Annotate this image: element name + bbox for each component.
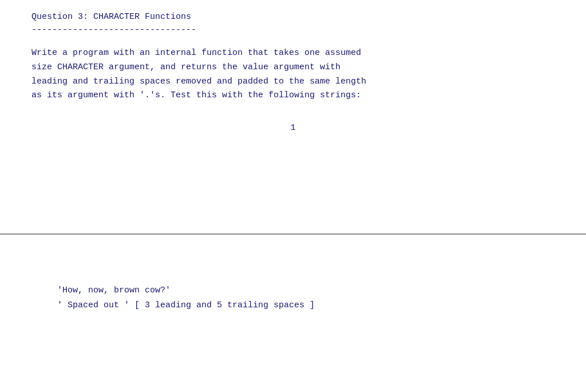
description-line-4: as its argument with '.'s. Test this wit… — [31, 89, 555, 103]
test-string-1: 'How, now, brown cow?' — [57, 283, 555, 298]
test-string-2: ' Spaced out ' [ 3 leading and 5 trailin… — [57, 298, 555, 313]
separator: -------------------------------- — [31, 24, 555, 36]
top-section: Question 3: CHARACTER Functions --------… — [0, 0, 586, 133]
description-line-2: size CHARACTER argument, and returns the… — [31, 61, 555, 75]
description-block: Write a program with an internal functio… — [31, 46, 555, 103]
description-line-3: leading and trailing spaces removed and … — [31, 75, 555, 89]
question-title: Question 3: CHARACTER Functions — [31, 10, 555, 24]
bottom-section: 'How, now, brown cow?' ' Spaced out ' [ … — [0, 237, 586, 312]
description-line-1: Write a program with an internal functio… — [31, 46, 555, 61]
page-divider — [0, 233, 586, 235]
page-number: 1 — [31, 123, 555, 133]
